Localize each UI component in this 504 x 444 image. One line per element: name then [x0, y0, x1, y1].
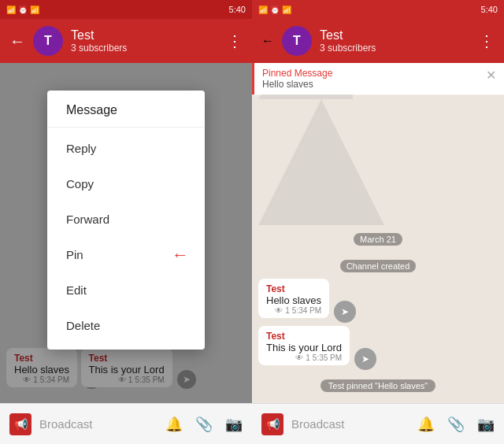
right-msg-meta-2: 👁 1 5:35 PM [266, 353, 342, 362]
left-time: 5:40 [229, 5, 246, 14]
right-msg-meta-1: 👁 1 5:34 PM [266, 306, 321, 315]
camera-icon[interactable]: 📷 [225, 416, 243, 433]
right-message-1[interactable]: Test Hello slaves 👁 1 5:34 PM [258, 279, 329, 318]
bottom-action-icons: 🔔 📎 📷 [165, 416, 243, 433]
right-bottom-action-icons: 🔔 📎 📷 [417, 416, 495, 433]
right-bottom-bar: 📢 Broadcast 🔔 📎 📷 [252, 403, 504, 444]
back-button[interactable]: ← [9, 32, 25, 50]
left-chat-body: March 21 Channel created Test Hello slav… [0, 63, 252, 403]
right-msg-text-1: Hello slaves [266, 294, 321, 306]
right-msg-sender-2: Test [266, 331, 342, 342]
more-options-button[interactable]: ⋮ [227, 31, 243, 50]
menu-edit[interactable]: Edit [47, 272, 205, 308]
right-message-2[interactable]: Test This is your Lord 👁 1 5:35 PM [258, 326, 350, 365]
right-chat-header: ← T Test 3 subscribers ⋮ [252, 19, 504, 63]
attach-icon[interactable]: 📎 [195, 416, 213, 433]
right-status-icons: 📶 ⏰ 📶 [258, 6, 291, 14]
pinned-label: Pinned Message [262, 68, 332, 79]
right-broadcast-icon: 📢 [261, 413, 284, 435]
menu-divider [47, 127, 205, 128]
right-msg-row-2: Test This is your Lord 👁 1 5:35 PM ➤ [258, 326, 498, 370]
right-attach-icon[interactable]: 📎 [447, 416, 465, 433]
right-forward-btn-1[interactable]: ➤ [334, 301, 356, 323]
bell-icon[interactable]: 🔔 [165, 416, 183, 433]
left-bottom-bar: 📢 Broadcast 🔔 📎 📷 [0, 403, 252, 444]
left-chat-header: ← T Test 3 subscribers ⋮ [0, 19, 252, 63]
right-msg-row-1: Test Hello slaves 👁 1 5:34 PM ➤ [258, 279, 498, 323]
right-panel: 📶 ⏰ 📶 5:40 ← T Test 3 subscribers ⋮ Pinn… [252, 0, 504, 444]
broadcast-label[interactable]: Broadcast [39, 417, 158, 431]
right-channel-created: Channel created [258, 258, 498, 272]
right-bell-icon[interactable]: 🔔 [417, 416, 435, 433]
left-status-icons: 📶 ⏰ 📶 [6, 6, 39, 14]
menu-pin[interactable]: Pin ← [47, 237, 205, 272]
left-status-bar: 📶 ⏰ 📶 5:40 [0, 0, 252, 19]
right-broadcast-label[interactable]: Broadcast [291, 417, 410, 431]
context-menu-title: Message [47, 97, 205, 127]
decorative-shape-2 [258, 99, 384, 225]
menu-copy[interactable]: Copy [47, 166, 205, 202]
right-chat-body: March 21 Channel created Test Hello slav… [252, 94, 504, 403]
pinned-text: Hello slaves [262, 79, 332, 90]
pin-notification: Test pinned "Hello slaves" [258, 378, 498, 392]
right-msg-sender-1: Test [266, 283, 321, 294]
subscriber-count: 3 subscribers [71, 43, 219, 54]
right-camera-icon[interactable]: 📷 [477, 416, 495, 433]
right-status-bar: 📶 ⏰ 📶 5:40 [252, 0, 504, 19]
pinned-close-button[interactable]: ✕ [486, 68, 496, 83]
broadcast-icon: 📢 [9, 413, 32, 435]
channel-name: Test [71, 28, 219, 43]
right-back-button[interactable]: ← [261, 34, 274, 48]
chat-info: Test 3 subscribers [71, 28, 219, 54]
right-date-badge: March 21 [258, 231, 498, 246]
avatar: T [33, 26, 63, 56]
right-chat-info: Test 3 subscribers [320, 28, 471, 54]
right-channel-name: Test [320, 28, 471, 43]
menu-delete[interactable]: Delete [47, 308, 205, 343]
pinned-bar[interactable]: Pinned Message Hello slaves ✕ [252, 63, 504, 94]
right-avatar: T [282, 26, 312, 56]
menu-forward[interactable]: Forward [47, 202, 205, 237]
right-subscriber-count: 3 subscribers [320, 43, 471, 54]
left-panel: 📶 ⏰ 📶 5:40 ← T Test 3 subscribers ⋮ Marc… [0, 0, 252, 444]
right-time: 5:40 [481, 5, 498, 14]
right-forward-btn-2[interactable]: ➤ [354, 348, 376, 370]
pinned-info: Pinned Message Hello slaves [262, 68, 332, 90]
menu-reply[interactable]: Reply [47, 131, 205, 166]
right-msg-text-2: This is your Lord [266, 342, 342, 353]
context-menu: Message Reply Copy Forward Pin ← Edit De… [47, 91, 205, 350]
right-more-options-button[interactable]: ⋮ [479, 31, 495, 50]
